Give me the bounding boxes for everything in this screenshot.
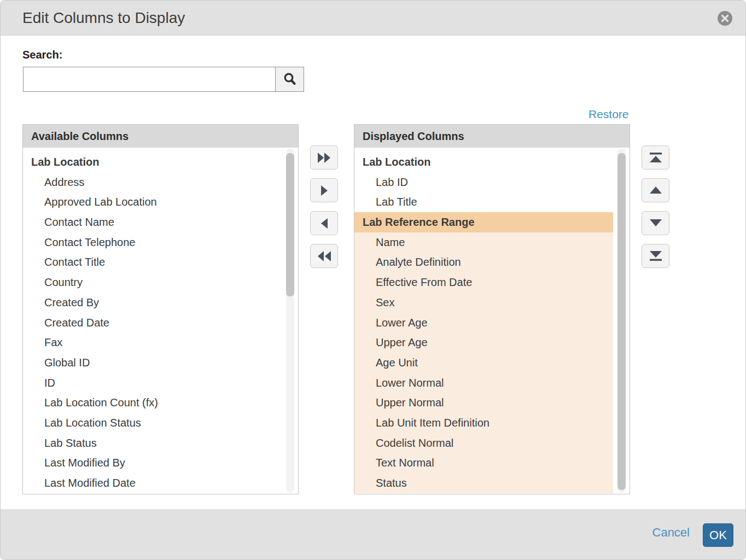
- available-columns-listbox: Available Columns Lab LocationAddressApp…: [22, 124, 299, 494]
- search-label: Search:: [22, 49, 62, 61]
- dialog-footer: Cancel OK: [1, 509, 745, 559]
- column-item-row[interactable]: Lab Status: [23, 433, 282, 453]
- column-item-row[interactable]: Last Modified By: [23, 453, 282, 473]
- move-all-left-icon: [317, 251, 331, 261]
- displayed-columns-header: Displayed Columns: [354, 125, 630, 148]
- displayed-scrollbar[interactable]: [617, 149, 626, 493]
- ok-button[interactable]: OK: [703, 523, 733, 547]
- column-group-row[interactable]: Lab Location: [23, 152, 282, 172]
- cancel-button[interactable]: Cancel: [652, 526, 690, 540]
- column-group-row[interactable]: Lab Reference Range: [354, 212, 613, 232]
- move-right-icon: [320, 185, 328, 196]
- column-item-row[interactable]: Name: [354, 232, 613, 253]
- available-columns-header: Available Columns: [23, 125, 298, 148]
- column-item-row[interactable]: Lab ID: [354, 172, 613, 192]
- available-columns-list: Lab LocationAddressApproved Lab Location…: [23, 148, 298, 494]
- column-item-row[interactable]: Address: [23, 172, 282, 192]
- available-scrollbar-thumb[interactable]: [286, 153, 294, 296]
- move-to-top-icon: [649, 152, 662, 163]
- search-icon: [283, 72, 297, 86]
- column-item-row[interactable]: Effective From Date: [354, 272, 613, 293]
- column-item-row[interactable]: Lab Location Status: [23, 413, 282, 433]
- available-scrollbar[interactable]: [286, 149, 294, 493]
- move-down-button[interactable]: [642, 211, 669, 235]
- search-button[interactable]: [275, 67, 304, 92]
- move-to-top-button[interactable]: [642, 145, 669, 170]
- column-item-row[interactable]: Age Unit: [354, 353, 613, 373]
- dialog-titlebar: Edit Columns to Display: [1, 1, 745, 36]
- move-all-right-button[interactable]: [310, 145, 338, 170]
- column-item-row[interactable]: Analyte Definition: [354, 252, 613, 272]
- move-up-button[interactable]: [642, 178, 669, 202]
- column-item-row[interactable]: Approved Lab Location: [23, 192, 282, 212]
- column-item-row[interactable]: Country: [23, 272, 282, 293]
- column-item-row[interactable]: Created Date: [23, 313, 282, 333]
- column-item-row[interactable]: Lower Normal: [354, 373, 613, 393]
- column-item-row[interactable]: Lab Title: [354, 192, 613, 212]
- search-input[interactable]: [23, 67, 276, 92]
- move-to-bottom-button[interactable]: [642, 244, 669, 268]
- move-down-icon: [649, 219, 662, 227]
- restore-link[interactable]: Restore: [588, 108, 631, 121]
- column-item-row[interactable]: Contact Telephone: [23, 232, 282, 253]
- move-all-left-button[interactable]: [310, 244, 338, 268]
- edit-columns-dialog: Edit Columns to Display Search: Restore …: [0, 0, 746, 560]
- move-all-right-icon: [317, 153, 331, 163]
- column-item-row[interactable]: Sex: [354, 293, 613, 313]
- displayed-columns-listbox: Displayed Columns Lab LocationLab IDLab …: [354, 124, 630, 494]
- column-item-row[interactable]: Lab Location Count (fx): [23, 393, 282, 413]
- column-group-row[interactable]: Lab Location: [354, 152, 613, 172]
- displayed-columns-list: Lab LocationLab IDLab TitleLab Reference…: [354, 148, 630, 494]
- move-left-icon: [320, 218, 328, 229]
- column-item-row[interactable]: Lab Unit Item Definition: [354, 413, 613, 433]
- close-icon: [721, 14, 729, 22]
- column-item-row[interactable]: Upper Normal: [354, 393, 613, 413]
- move-up-icon: [649, 186, 662, 194]
- column-item-row[interactable]: Fax: [23, 332, 282, 353]
- column-item-row[interactable]: Contact Name: [23, 212, 282, 232]
- move-right-button[interactable]: [310, 178, 338, 202]
- column-item-row[interactable]: Codelist Normal: [354, 433, 613, 453]
- column-item-row[interactable]: ID: [23, 373, 282, 393]
- displayed-scrollbar-thumb[interactable]: [617, 153, 626, 490]
- move-left-button[interactable]: [310, 211, 338, 235]
- move-to-bottom-icon: [649, 250, 662, 261]
- column-item-row[interactable]: Lower Age: [354, 313, 613, 333]
- column-item-row[interactable]: Global ID: [23, 353, 282, 373]
- column-item-row[interactable]: Created By: [23, 293, 282, 313]
- column-item-row[interactable]: Status: [354, 473, 613, 493]
- dialog-title: Edit Columns to Display: [22, 1, 185, 36]
- column-item-row[interactable]: Last Modified Date: [23, 473, 282, 493]
- column-item-row[interactable]: Text Normal: [354, 453, 613, 473]
- close-button[interactable]: [718, 11, 732, 26]
- column-item-row[interactable]: Upper Age: [354, 332, 613, 353]
- column-item-row[interactable]: Contact Title: [23, 252, 282, 272]
